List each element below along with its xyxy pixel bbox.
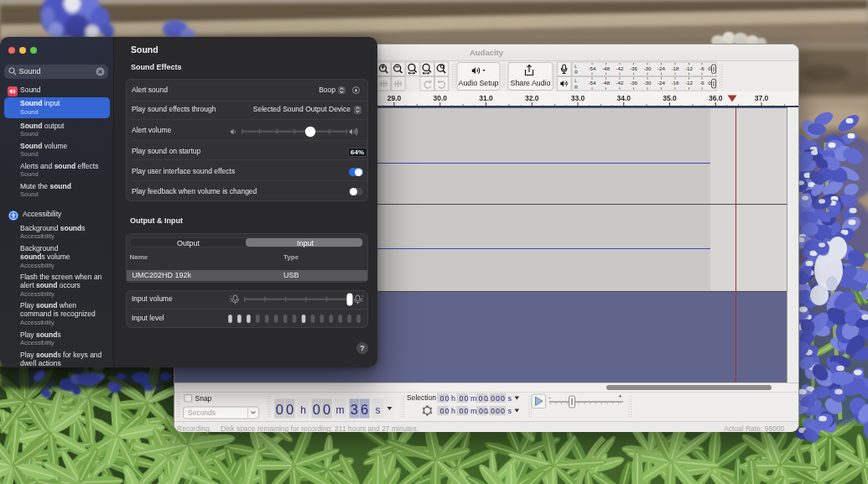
svg-text:-18: -18: [672, 65, 680, 71]
svg-text:R: R: [574, 70, 578, 75]
svg-text:-42: -42: [616, 80, 625, 86]
svg-text:Audio Setup: Audio Setup: [459, 79, 499, 87]
svg-text:L: L: [574, 78, 577, 83]
svg-text:m: m: [470, 407, 477, 415]
svg-text:.: .: [487, 407, 490, 415]
svg-text:-36: -36: [630, 65, 638, 71]
svg-text:0: 0: [708, 65, 711, 71]
svg-text:h: h: [451, 394, 455, 403]
svg-text:0: 0: [460, 407, 464, 415]
svg-text:-42: -42: [616, 65, 625, 71]
svg-text:-: -: [548, 393, 551, 401]
svg-text:R: R: [574, 85, 578, 90]
svg-text:0: 0: [501, 394, 505, 403]
svg-text:0: 0: [286, 402, 294, 417]
svg-text:0: 0: [465, 394, 469, 403]
svg-text:0: 0: [323, 402, 330, 417]
svg-text:-18: -18: [672, 80, 680, 86]
svg-text:-48: -48: [602, 65, 611, 71]
svg-text:Selection: Selection: [407, 393, 436, 402]
svg-text:.: .: [487, 394, 490, 403]
svg-text:-12: -12: [685, 80, 694, 86]
svg-text:0: 0: [465, 407, 469, 415]
svg-text:0: 0: [501, 407, 505, 415]
svg-text:0: 0: [445, 394, 450, 403]
svg-text:0: 0: [276, 402, 283, 417]
svg-text:-24: -24: [657, 80, 666, 86]
svg-text:-30: -30: [644, 80, 652, 86]
svg-text:-12: -12: [685, 65, 694, 71]
svg-text:-6: -6: [699, 65, 704, 71]
svg-text:0: 0: [479, 407, 483, 415]
svg-text:Snap: Snap: [195, 394, 212, 403]
svg-text:+: +: [618, 393, 622, 400]
svg-text:s: s: [376, 404, 381, 416]
svg-text:0: 0: [460, 394, 464, 403]
svg-text:3: 3: [351, 402, 358, 417]
svg-text:m: m: [470, 394, 477, 403]
svg-text:0: 0: [496, 394, 500, 403]
svg-text:6: 6: [361, 402, 368, 417]
svg-text:0: 0: [445, 407, 450, 415]
svg-text:m: m: [336, 404, 345, 416]
svg-text:0: 0: [440, 394, 444, 403]
svg-text:-54: -54: [589, 80, 597, 86]
svg-text:0: 0: [491, 407, 495, 415]
svg-text:-6: -6: [699, 80, 704, 86]
svg-text:-48: -48: [602, 80, 611, 86]
svg-text:Share Audio: Share Audio: [511, 79, 551, 87]
svg-text:0: 0: [496, 407, 500, 415]
svg-text:s: s: [508, 394, 512, 403]
svg-text:-30: -30: [644, 65, 652, 71]
svg-text:0: 0: [491, 394, 495, 403]
svg-text:0: 0: [440, 407, 444, 415]
svg-text:-36: -36: [630, 80, 638, 86]
svg-text:0: 0: [313, 402, 320, 417]
svg-text:h: h: [300, 404, 306, 416]
svg-text:h: h: [451, 407, 455, 415]
svg-text:0: 0: [479, 394, 483, 403]
svg-text:s: s: [508, 407, 512, 415]
svg-text:L: L: [574, 64, 577, 69]
svg-text:-54: -54: [589, 65, 597, 71]
svg-text:0: 0: [708, 80, 711, 86]
svg-text:Seconds: Seconds: [188, 409, 216, 417]
svg-text:-24: -24: [657, 65, 666, 71]
